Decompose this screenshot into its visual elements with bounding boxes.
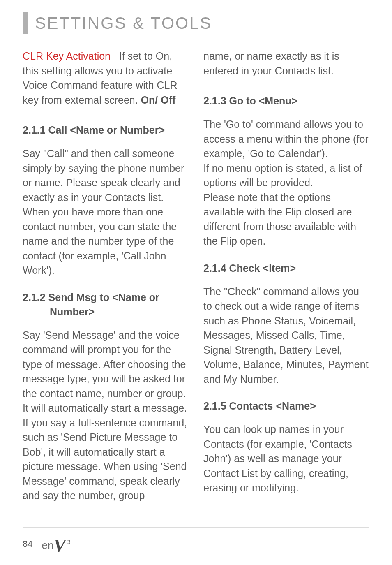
section-title: Call <Name or Number> [48,124,165,136]
section-2-1-2-heading: 2.1.2 Send Msg to <Name or Number> [23,290,189,319]
content-columns: CLR Key Activation If set to On, this se… [23,49,369,503]
page-number: 84 [23,539,32,549]
footer-divider [23,527,369,528]
spacer [203,413,369,422]
section-title: Check <Item> [229,262,296,274]
page-header: SETTINGS & TOOLS [23,12,369,34]
section-2-1-3-heading: 2.1.3 Go to <Menu> [203,94,369,108]
section-2-1-5-heading: 2.1.5 Contacts <Name> [203,399,369,413]
spacer [23,278,189,290]
spacer [203,276,369,285]
spacer [203,387,369,399]
header-accent-bar [23,12,28,34]
spacer [203,108,369,117]
left-column: CLR Key Activation If set to On, this se… [23,49,189,503]
section-2-1-3-body-p2: If no menu option is stated, a list of o… [203,162,362,189]
section-number: 2.1.2 [23,292,46,303]
section-number: 2.1.5 [203,400,226,412]
section-title: Go to <Menu> [229,95,298,107]
section-2-1-3-body: The 'Go to' command allows you to access… [203,117,369,249]
page-title: SETTINGS & TOOLS [35,12,212,34]
section-2-1-3-body-p1: The 'Go to' command allows you to access… [203,118,369,159]
footer-row: 84 enV·3 [23,536,369,552]
continuation-paragraph: name, or name exactly as it is entered i… [203,49,369,78]
spacer [23,107,189,123]
spacer [203,249,369,261]
section-number: 2.1.1 [23,124,46,136]
section-title: Contacts <Name> [229,400,316,412]
clr-key-paragraph: CLR Key Activation If set to On, this se… [23,49,189,107]
clr-key-options: On/ Off [141,94,176,106]
section-number: 2.1.3 [203,95,226,107]
logo-superscript: ·3 [66,539,70,545]
section-2-1-4-body: The "Check" command allows you to check … [203,285,369,387]
section-2-1-1-heading: 2.1.1 Call <Name or Number> [23,123,189,137]
section-title-line1: Send Msg to <Name or [48,292,159,303]
clr-key-body [113,50,119,62]
spacer [23,319,189,328]
section-2-1-1-body: Say "Call" and then call someone simply … [23,146,189,278]
env-logo: enV·3 [42,536,69,552]
page-footer: 84 enV·3 [23,527,369,552]
section-title-line2: Number> [23,305,189,319]
spacer [203,78,369,94]
section-2-1-3-body-p3: Please note that the options available w… [203,192,356,247]
section-2-1-4-heading: 2.1.4 Check <Item> [203,261,369,276]
logo-en-text: en [42,539,53,552]
right-column: name, or name exactly as it is entered i… [203,49,369,503]
section-number: 2.1.4 [203,262,226,274]
section-2-1-2-body: Say 'Send Message' and the voice command… [23,328,189,503]
logo-v-text: V [53,538,65,553]
spacer [23,137,189,146]
clr-key-label: CLR Key Activation [23,50,111,62]
section-2-1-5-body: You can look up names in your Contacts (… [203,422,369,496]
